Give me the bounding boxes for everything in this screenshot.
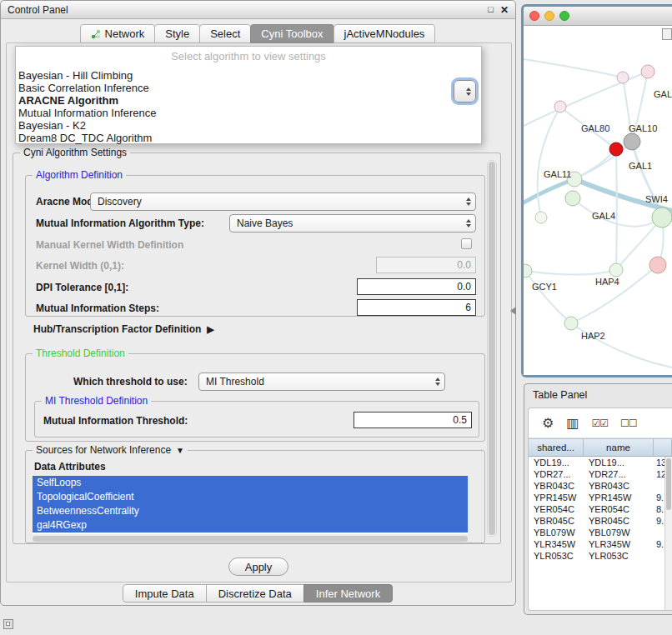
collapse-arrow-icon[interactable]: ▼ xyxy=(176,446,184,455)
birdseye-toggle-button[interactable] xyxy=(662,28,672,40)
algorithm-placeholder-option[interactable]: Select algorithm to view settings xyxy=(16,49,481,64)
network-node[interactable] xyxy=(641,65,654,78)
node-label: SWI4 xyxy=(645,194,668,204)
algorithm-option-basic-correlation-inference[interactable]: Basic Correlation Inference xyxy=(16,82,481,94)
window-title: Control Panel xyxy=(8,4,68,16)
network-node[interactable] xyxy=(554,101,566,112)
close-traffic-light-icon[interactable] xyxy=(529,11,539,21)
table-body: YDL19...YDL19...13YDR27...YDR27...12YBR0… xyxy=(529,457,664,610)
table-cell: YLR345W xyxy=(529,539,584,549)
network-node[interactable] xyxy=(624,133,640,150)
settings-scrollbar[interactable] xyxy=(487,160,497,537)
control-panel-titlebar[interactable]: Control Panel □ ✕ xyxy=(1,1,515,19)
hub-transcription-factor-section[interactable]: Hub/Transcription Factor Definition ▶ xyxy=(33,323,214,335)
network-node[interactable] xyxy=(617,72,629,83)
column-header-extra[interactable] xyxy=(654,439,672,456)
column-browser-icon[interactable]: ▥ xyxy=(566,417,579,430)
table-cell: YBR045C xyxy=(584,516,654,526)
algorithm-option-bayesian-hill-climbing[interactable]: Bayesian - Hill Climbing xyxy=(16,69,481,82)
bottom-tab-discretize-data[interactable]: Discretize Data xyxy=(206,584,304,602)
table-row[interactable]: YLR053CYLR053C xyxy=(529,550,664,562)
table-cell: YDL19... xyxy=(529,458,584,468)
network-node[interactable] xyxy=(609,142,623,156)
mi-algorithm-type-select[interactable]: Naive Bayes xyxy=(229,214,476,232)
algorithm-option-dream8-dc-tdc-algorithm[interactable]: Dream8 DC_TDC Algorithm xyxy=(16,132,481,144)
attribute-item-selfloops[interactable]: SelfLoops xyxy=(33,476,468,490)
kernel-width-field: 0.0 xyxy=(376,257,476,273)
algorithm-option-mutual-information-inference[interactable]: Mutual Information Inference xyxy=(16,107,481,119)
tab-select[interactable]: Select xyxy=(199,24,251,43)
node-label: GAL1 xyxy=(629,161,652,171)
table-row[interactable]: YLR345WYLR345W9. xyxy=(529,538,664,550)
select-all-icon[interactable]: ☑☑ xyxy=(591,418,608,428)
table-row[interactable]: YBR045CYBR045C9. xyxy=(529,515,664,527)
node-label: GAL80 xyxy=(581,123,609,133)
network-edge xyxy=(525,270,616,274)
tab-cyni-toolbox[interactable]: Cyni Toolbox xyxy=(250,24,333,43)
scrollbar-thumb[interactable] xyxy=(489,162,495,535)
mi-steps-field[interactable]: 6 xyxy=(357,299,476,316)
zoom-traffic-light-icon[interactable] xyxy=(559,11,569,21)
network-node[interactable] xyxy=(565,191,580,206)
which-threshold-select[interactable]: MI Threshold xyxy=(198,372,445,391)
network-node[interactable] xyxy=(524,264,532,278)
table-row[interactable]: YPR145WYPR145W9. xyxy=(529,492,664,503)
network-node[interactable] xyxy=(609,263,623,277)
table-panel-content: ⚙▥☑☑☐☐ shared...name YDL19...YDL19...13Y… xyxy=(528,408,672,611)
table-cell: YER054C xyxy=(584,504,654,514)
algorithm-combobox-button[interactable] xyxy=(454,80,476,102)
panel-collapse-arrow-icon[interactable] xyxy=(510,307,516,315)
network-window-titlebar[interactable] xyxy=(524,7,672,26)
threshold-definition-title: Threshold Definition xyxy=(33,348,128,359)
algorithm-option-bayesian-k2[interactable]: Bayesian - K2 xyxy=(16,119,481,132)
attributes-horizontal-scrollbar[interactable] xyxy=(33,536,468,542)
minimize-traffic-light-icon[interactable] xyxy=(544,11,554,21)
settings-gear-icon[interactable]: ⚙ xyxy=(542,417,554,430)
deselect-all-icon[interactable]: ☐☐ xyxy=(620,418,637,428)
combo-arrows-icon xyxy=(466,198,471,206)
window-buttons: □ ✕ xyxy=(488,4,509,16)
network-node[interactable] xyxy=(535,212,547,223)
column-header-name[interactable]: name xyxy=(584,439,654,456)
tab-jactivemnodules[interactable]: jActiveMNodules xyxy=(333,24,436,43)
apply-button[interactable]: Apply xyxy=(228,558,288,576)
minimized-window-icon[interactable] xyxy=(3,619,13,629)
tab-style[interactable]: Style xyxy=(154,24,200,43)
sources-section-header[interactable]: Sources for Network Inference ▼ xyxy=(33,444,188,456)
expand-arrow-icon[interactable]: ▶ xyxy=(207,324,213,335)
close-icon[interactable]: ✕ xyxy=(500,4,509,16)
table-row[interactable]: YDR27...YDR27...12 xyxy=(529,468,664,480)
bottom-tab-impute-data[interactable]: Impute Data xyxy=(123,584,207,602)
column-header-shared[interactable]: shared... xyxy=(529,439,584,456)
table-cell: 12 xyxy=(654,469,664,479)
attribute-item-gal4rgexp[interactable]: gal4RGexp xyxy=(33,518,468,532)
table-row[interactable]: YDL19...YDL19...13 xyxy=(529,457,664,468)
bottom-tab-infer-network[interactable]: Infer Network xyxy=(303,584,393,602)
network-node[interactable] xyxy=(564,317,578,330)
algorithm-option-aracne-algorithm[interactable]: ARACNE Algorithm xyxy=(16,94,481,107)
mi-threshold-field[interactable]: 0.5 xyxy=(354,412,472,428)
network-node[interactable] xyxy=(649,257,666,273)
table-panel-title: Table Panel xyxy=(524,384,672,406)
combo-arrows-icon xyxy=(466,219,471,228)
manual-kernel-width-checkbox[interactable] xyxy=(461,238,472,249)
table-row[interactable]: YER054CYER054C8. xyxy=(529,503,664,515)
tab-label: Network xyxy=(105,28,145,40)
dpi-tolerance-field[interactable]: 0.0 xyxy=(357,278,476,295)
dpi-tolerance-label: DPI Tolerance [0,1]: xyxy=(36,282,128,293)
attribute-item-topologicalcoefficient[interactable]: TopologicalCoefficient xyxy=(33,490,468,504)
table-vertical-scrollbar[interactable] xyxy=(664,457,672,610)
table-row[interactable]: YBL079WYBL079W xyxy=(529,527,664,538)
aracne-mode-select[interactable]: Discovery xyxy=(90,192,476,211)
threshold-definition-group: Threshold Definition Which threshold to … xyxy=(25,353,485,442)
scrollbar-thumb[interactable] xyxy=(666,458,671,510)
table-cell: YLR053C xyxy=(529,551,584,561)
tab-network[interactable]: Network xyxy=(80,24,156,43)
float-window-icon[interactable]: □ xyxy=(488,4,494,16)
network-node[interactable] xyxy=(652,208,672,228)
table-row[interactable]: YBR043CYBR043C xyxy=(529,480,664,492)
data-attributes-list[interactable]: SelfLoopsTopologicalCoefficientBetweenne… xyxy=(33,476,468,534)
attribute-item-betweennesscentrality[interactable]: BetweennessCentrality xyxy=(33,504,468,518)
network-canvas[interactable]: GALGAL80GAL10GAL11GAL1SWI4GAL4GCY1HAP4HA… xyxy=(524,26,672,375)
table-cell: YBR045C xyxy=(529,516,584,526)
